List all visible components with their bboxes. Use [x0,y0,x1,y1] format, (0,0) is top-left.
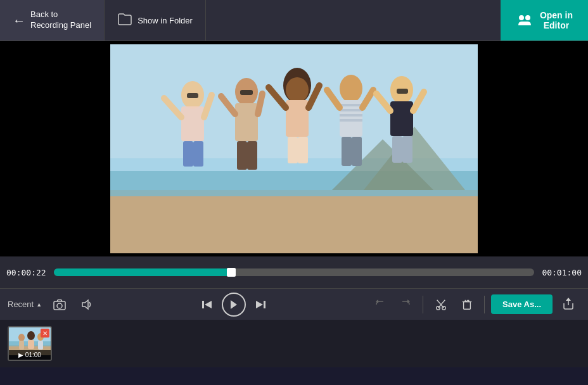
svg-rect-45 [397,89,408,94]
play-pause-button[interactable] [222,293,246,317]
svg-rect-11 [193,141,203,167]
end-time: 00:01:00 [540,268,582,277]
save-as-button[interactable]: Save As... [491,294,553,314]
share-button[interactable] [556,293,580,317]
svg-rect-62 [464,301,471,309]
back-to-recording-label: Back to Recording Panel [30,9,91,31]
svg-marker-50 [205,301,212,308]
divider-2 [484,296,485,313]
camera-button[interactable] [48,295,71,314]
svg-rect-22 [286,100,309,137]
video-preview [110,44,478,253]
thumbnail-duration: ▶ 01:00 [9,350,51,360]
camera-icon [53,299,66,310]
svg-marker-53 [256,301,263,308]
svg-rect-33 [342,137,352,166]
recent-label: Recent ▲ [8,300,42,309]
svg-point-74 [27,331,35,340]
play-icon [229,300,238,310]
svg-marker-68 [566,298,571,301]
show-in-folder-label: Show in Folder [137,16,193,25]
video-scene [110,44,478,253]
timeline-area: 00:00:22 00:01:00 [0,256,588,288]
cut-button[interactable] [430,295,452,314]
svg-point-0 [519,15,524,20]
svg-rect-16 [237,141,247,170]
svg-rect-43 [187,93,198,98]
progress-fill [54,268,231,276]
controls-area: Recent ▲ [0,288,588,320]
svg-rect-49 [202,301,204,308]
show-in-folder-button[interactable]: Show in Folder [105,0,206,41]
undo-icon [374,299,386,310]
thumbnail-item[interactable]: ✕ ▶ 01:00 [8,326,52,361]
video-frame [110,44,478,253]
editor-icon [516,11,534,29]
video-area [0,41,588,256]
svg-rect-39 [392,136,402,163]
delete-button[interactable] [456,295,478,314]
svg-rect-73 [19,341,24,350]
open-in-editor-button[interactable]: Open in Editor [501,0,588,41]
redo-icon [400,299,411,310]
progress-bar[interactable] [54,268,534,276]
svg-rect-52 [264,301,265,308]
svg-marker-51 [231,300,237,309]
svg-rect-24 [298,137,308,163]
svg-line-61 [441,300,445,304]
skip-back-button[interactable] [196,296,218,313]
folder-icon [117,12,132,29]
header: ← Back to Recording Panel Show in Folder… [0,0,588,41]
delete-icon [461,299,473,310]
svg-rect-31 [340,114,362,117]
skip-forward-icon [255,300,266,310]
progress-handle[interactable] [227,268,236,277]
skip-forward-button[interactable] [250,296,271,313]
divider-1 [423,296,423,313]
back-to-recording-button[interactable]: ← Back to Recording Panel [0,0,105,41]
svg-rect-40 [402,136,412,163]
svg-rect-34 [352,137,362,166]
svg-rect-38 [390,101,413,136]
redo-button[interactable] [395,295,416,314]
svg-rect-15 [235,103,258,141]
chevron-up-icon: ▲ [36,301,42,308]
svg-point-72 [18,334,25,341]
svg-rect-29 [340,104,362,106]
recent-area: ✕ ▶ 01:00 [0,320,588,367]
svg-rect-30 [340,109,362,111]
svg-line-60 [437,300,441,304]
svg-point-27 [340,75,362,103]
svg-marker-48 [82,300,88,309]
svg-rect-75 [28,340,34,349]
svg-point-47 [57,303,62,308]
undo-button[interactable] [369,295,391,314]
svg-rect-4 [110,190,478,253]
thumbnail-close-button[interactable]: ✕ [41,329,49,338]
skip-back-icon [201,300,213,310]
arrow-left-icon: ← [13,13,25,28]
svg-line-19 [258,94,262,114]
svg-point-21 [286,77,309,103]
svg-rect-44 [240,90,253,95]
open-in-editor-label: Open in Editor [540,10,573,30]
svg-rect-9 [181,106,204,141]
volume-icon [80,299,93,310]
svg-rect-32 [340,119,362,122]
current-time: 00:00:22 [6,268,48,277]
svg-rect-77 [38,341,43,350]
volume-button[interactable] [75,295,98,314]
svg-rect-17 [247,141,257,170]
svg-rect-23 [288,137,298,163]
share-icon [561,296,575,310]
cut-icon [435,299,447,310]
svg-rect-10 [183,141,193,167]
